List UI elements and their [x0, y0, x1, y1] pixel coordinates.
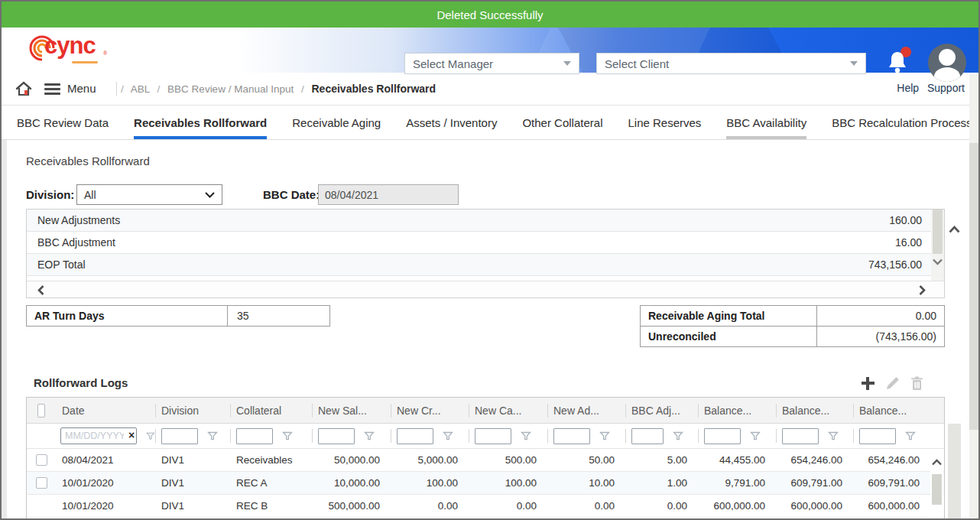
- division-select[interactable]: All: [76, 184, 222, 205]
- balance-2-filter-input[interactable]: [782, 428, 819, 444]
- user-avatar[interactable]: [928, 44, 966, 82]
- logs-scrollbar-thumb[interactable]: [932, 474, 942, 505]
- tab-receivables-rollforward[interactable]: Receivables Rollforward: [134, 106, 267, 139]
- row-checkbox[interactable]: [36, 454, 47, 466]
- summary-horizontal-scrollbar[interactable]: [27, 281, 944, 297]
- support-link[interactable]: Support: [927, 82, 965, 94]
- funnel-icon[interactable]: [828, 431, 839, 441]
- home-icon[interactable]: [15, 80, 33, 98]
- logs-vertical-scrollbar[interactable]: [930, 450, 943, 520]
- table-row[interactable]: 08/04/2021 DIV1 Receivables 50,000.00 5,…: [27, 449, 944, 472]
- toast-banner: Deleted Successfully: [2, 2, 978, 28]
- select-manager-dropdown[interactable]: Select Manager: [404, 53, 579, 74]
- division-filter-input[interactable]: [161, 428, 198, 444]
- funnel-icon[interactable]: [673, 431, 683, 441]
- funnel-icon[interactable]: [207, 431, 218, 441]
- totals-row: Receivable Aging Total 0.00: [640, 305, 945, 327]
- column-header-new-cash[interactable]: New Ca...: [469, 405, 521, 417]
- menu-icon[interactable]: [44, 83, 60, 95]
- edit-log-button[interactable]: [882, 375, 902, 392]
- select-all-checkbox[interactable]: [37, 404, 45, 418]
- balance-3-filter-input[interactable]: [859, 428, 896, 444]
- funnel-icon[interactable]: [599, 431, 610, 441]
- select-manager-value: Select Manager: [405, 57, 563, 70]
- column-header-date[interactable]: Date: [56, 405, 85, 417]
- add-log-button[interactable]: [858, 375, 878, 392]
- new-credits-filter-input[interactable]: [397, 428, 433, 444]
- menu-label[interactable]: Menu: [67, 82, 96, 95]
- bbc-adjustment-filter-input[interactable]: [631, 428, 664, 444]
- chevron-down-icon[interactable]: [933, 258, 943, 265]
- funnel-icon[interactable]: [146, 431, 155, 441]
- new-sales-filter-input[interactable]: [318, 428, 355, 444]
- breadcrumb-item-bbc-review[interactable]: BBC Review / Manual Input: [167, 83, 294, 95]
- ar-turn-days-value[interactable]: 35: [227, 305, 330, 327]
- help-link[interactable]: Help: [897, 82, 919, 94]
- table-row[interactable]: 10/01/2020 DIV1 REC B 500,000.00 0.00 0.…: [27, 495, 944, 518]
- section-scrollbar-track[interactable]: [948, 424, 961, 518]
- tab-receivable-aging[interactable]: Receivable Aging: [292, 106, 381, 139]
- balance-1-filter-input[interactable]: [704, 428, 741, 444]
- chevron-left-icon[interactable]: [37, 285, 44, 295]
- tab-bbc-availability[interactable]: BBC Availability: [726, 106, 806, 139]
- breadcrumb-current: Receivables Rollforward: [312, 83, 436, 95]
- column-header-balance-3[interactable]: Balance...: [853, 405, 907, 417]
- logo-text: cync: [44, 32, 96, 60]
- trash-icon: [910, 376, 923, 391]
- avatar-head: [939, 49, 956, 66]
- row-checkbox[interactable]: [36, 477, 47, 489]
- funnel-icon[interactable]: [364, 431, 375, 441]
- funnel-icon[interactable]: [905, 431, 916, 441]
- tab-line-reserves[interactable]: Line Reserves: [628, 106, 701, 139]
- logo-tagline-decoration: [72, 61, 98, 63]
- delete-log-button[interactable]: [907, 375, 926, 392]
- date-filter-input[interactable]: [60, 427, 137, 444]
- summary-row: BBC Adjustment 16.00: [27, 232, 931, 254]
- tab-other-collateral[interactable]: Other Collateral: [522, 106, 602, 139]
- notification-bell-icon[interactable]: [887, 50, 910, 74]
- column-header-new-adjustments[interactable]: New Ad...: [547, 405, 599, 417]
- page-scrollbar-thumb[interactable]: [969, 143, 979, 430]
- chevron-up-icon[interactable]: [932, 459, 942, 466]
- chevron-up-icon[interactable]: [949, 226, 960, 233]
- totals-row: Unreconciled (743,156.00): [640, 326, 945, 347]
- plus-icon: [862, 377, 875, 390]
- rollforward-summary-table: New Adjustments 160.00 BBC Adjustment 16…: [26, 209, 945, 298]
- summary-row-label: BBC Adjustment: [27, 236, 115, 249]
- division-label: Division:: [26, 188, 74, 201]
- chevron-right-icon[interactable]: [919, 285, 926, 295]
- column-header-new-credits[interactable]: New Cr...: [391, 405, 441, 417]
- funnel-icon[interactable]: [750, 431, 761, 441]
- column-header-balance-1[interactable]: Balance...: [698, 405, 751, 417]
- funnel-icon[interactable]: [521, 431, 531, 441]
- new-cash-filter-input[interactable]: [475, 428, 511, 444]
- log-actions-toolbar: [853, 375, 926, 392]
- app-window: Deleted Successfully cync ® Select Manag…: [0, 0, 980, 520]
- summary-row-value: 16.00: [895, 236, 931, 249]
- tab-bbc-recalculation-process[interactable]: BBC Recalculation Process: [832, 106, 972, 139]
- bbc-date-input[interactable]: [318, 184, 459, 205]
- summary-scrollbar-thumb[interactable]: [933, 210, 943, 254]
- tab-assets-inventory[interactable]: Assets / Inventory: [406, 106, 497, 139]
- column-header-division[interactable]: Division: [155, 405, 199, 417]
- summary-row-value: 160.00: [889, 214, 931, 226]
- tab-bbc-review-data[interactable]: BBC Review Data: [17, 106, 109, 139]
- caret-down-icon: [850, 61, 858, 66]
- column-header-collateral[interactable]: Collateral: [230, 405, 281, 417]
- column-header-balance-2[interactable]: Balance...: [776, 405, 829, 417]
- summary-vertical-scrollbar[interactable]: [931, 210, 944, 281]
- page-scrollbar[interactable]: [969, 74, 979, 518]
- breadcrumb-item-abl[interactable]: ABL: [131, 83, 150, 95]
- funnel-icon[interactable]: [443, 431, 453, 441]
- bbc-date-label: BBC Date:: [263, 188, 320, 201]
- clear-filter-icon[interactable]: ×: [128, 429, 135, 441]
- table-row[interactable]: 10/01/2020 DIV1 REC A 10,000.00 100.00 1…: [27, 472, 944, 495]
- select-client-dropdown[interactable]: Select Client: [596, 53, 866, 74]
- column-header-new-sales[interactable]: New Sal...: [312, 405, 367, 417]
- column-header-bbc-adjustment[interactable]: BBC Adj...: [625, 405, 680, 417]
- new-adjustments-filter-input[interactable]: [553, 428, 590, 444]
- rollforward-logs-grid: Date Division Collateral New Sal... New …: [26, 397, 945, 520]
- funnel-icon[interactable]: [282, 431, 293, 441]
- breadcrumb-separator: /: [157, 83, 161, 95]
- collateral-filter-input[interactable]: [236, 428, 273, 444]
